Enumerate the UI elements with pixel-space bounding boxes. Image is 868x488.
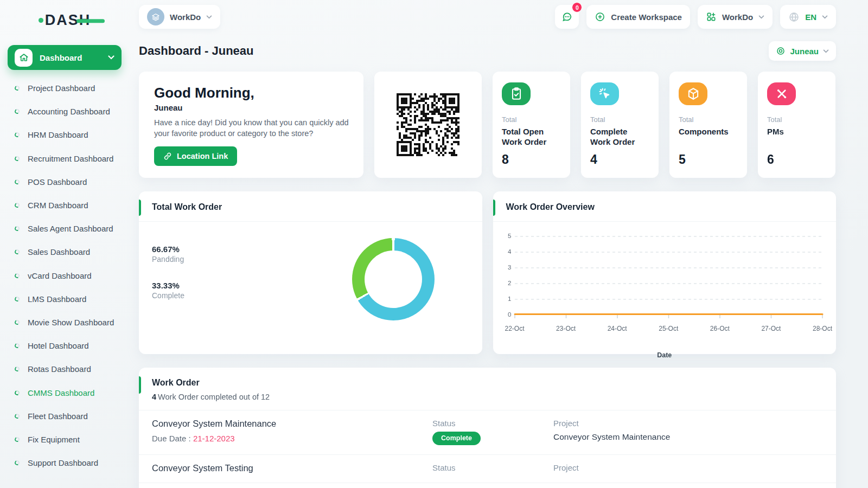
sidebar-item-hrm-dashboard[interactable]: HRM Dashboard: [8, 123, 122, 146]
stat-cards: Total Total Open Work Order 8 Total Comp…: [493, 72, 835, 178]
location-link-label: Location Link: [177, 152, 228, 160]
sidebar-item-fix-equipment[interactable]: Fix Equipment: [8, 428, 122, 451]
app-root: DASH Dashboard Project Dashboard Account…: [0, 0, 868, 488]
stat-label: Total: [590, 115, 649, 124]
sidebar-item-recruitment-dashboard[interactable]: Recruitment Dashboard: [8, 147, 122, 170]
bullet-icon: [14, 132, 20, 138]
create-workspace-button[interactable]: Create Workspace: [586, 5, 690, 29]
sidebar-item-project-dashboard[interactable]: Project Dashboard: [8, 76, 122, 100]
y-axis-tick: 5: [494, 233, 512, 239]
topbar-actions: 0 Create Workspace WorkDo EN: [555, 5, 836, 29]
sidebar-item-label: vCard Dashboard: [28, 271, 92, 280]
x-axis-tick: 28-Oct: [813, 325, 832, 332]
x-axis-tick: 22-Oct: [505, 325, 524, 332]
due-date-value: 21-12-2023: [193, 434, 235, 443]
sidebar-item-label: POS Dashboard: [28, 177, 87, 187]
line-chart-title: Work Order Overview: [493, 191, 837, 222]
sidebar-item-label: Rotas Dashboard: [28, 364, 91, 374]
location-link-button[interactable]: Location Link: [154, 146, 237, 166]
location-label: Juneau: [790, 47, 819, 56]
sidebar-item-sales-dashboard[interactable]: Sales Dashboard: [8, 240, 122, 264]
qr-card: [374, 72, 482, 178]
sidebar-item-cmms-dashboard[interactable]: CMMS Dashboard: [8, 381, 122, 404]
greeting-message: Have a nice day! Did you know that you c…: [154, 118, 354, 139]
clipboard-check-icon: [502, 82, 531, 105]
sidebar-item-label: Hotel Dashboard: [28, 341, 89, 350]
grid-plus-icon: [706, 11, 717, 22]
sidebar-item-label: Project Dashboard: [28, 84, 95, 93]
greeting-card: Good Morning, Juneau Have a nice day! Di…: [139, 72, 363, 178]
work-order-due: Due Date : 21-12-2023: [152, 434, 432, 443]
stat-label: Total: [502, 115, 561, 124]
work-order-status-cell: Status: [432, 463, 553, 472]
sidebar-item-movie-show-dashboard[interactable]: Movie Show Dashboard: [8, 311, 122, 334]
stat-card: Total PMs 6: [758, 72, 835, 178]
sidebar-item-label: CMMS Dashboard: [28, 388, 94, 397]
sidebar-item-hotel-dashboard[interactable]: Hotel Dashboard: [8, 334, 122, 357]
workspace-switcher[interactable]: WorkDo: [139, 5, 220, 29]
logo-bar: [76, 19, 105, 23]
bullet-icon: [14, 108, 20, 114]
stat-card: Total Complete Work Order 4: [581, 72, 659, 178]
bullet-icon: [14, 273, 20, 279]
page-head: Dashboard - Juneau Juneau: [139, 41, 836, 61]
sidebar-item-fleet-dashboard[interactable]: Fleet Dashboard: [8, 404, 122, 428]
sidebar-item-pos-dashboard[interactable]: POS Dashboard: [8, 170, 122, 194]
sidebar-item-rotas-dashboard[interactable]: Rotas Dashboard: [8, 357, 122, 381]
status-label: Status: [432, 419, 553, 428]
work-order-list-item: Conveyor System Testing Status Project: [139, 455, 836, 483]
bullet-icon: [14, 202, 20, 208]
create-workspace-label: Create Workspace: [611, 12, 682, 22]
work-order-list: Conveyor System Maintenance Due Date : 2…: [139, 410, 836, 483]
x-axis-title: Date: [493, 351, 837, 359]
sidebar-item-label: Recruitment Dashboard: [28, 154, 113, 163]
legend-percent: 66.67%: [152, 245, 184, 254]
stat-title: Total Open Work Order: [502, 126, 561, 147]
workspace-label: WorkDo: [170, 12, 201, 22]
legend-label: Pandding: [152, 255, 184, 264]
notification-badge: 0: [572, 2, 582, 12]
sidebar-item-dashboard[interactable]: Dashboard: [8, 45, 122, 70]
plus-circle-icon: [595, 11, 605, 22]
bullet-icon: [14, 436, 20, 442]
sidebar-dashboard-label: Dashboard: [40, 53, 82, 62]
page-title: Dashboard - Juneau: [139, 44, 253, 58]
stat-value: 8: [502, 152, 561, 167]
stat-value: 6: [767, 152, 826, 167]
sidebar-item-label: Sales Agent Dashboard: [28, 224, 113, 233]
sidebar-item-support-dashboard[interactable]: Support Dashboard: [8, 451, 122, 474]
y-axis-tick: 2: [494, 280, 512, 286]
app-menu-dropdown[interactable]: WorkDo: [698, 5, 773, 29]
location-dropdown[interactable]: Juneau: [769, 41, 836, 61]
sidebar-item-label: Movie Show Dashboard: [28, 318, 114, 327]
work-order-list-item: Conveyor System Maintenance Due Date : 2…: [139, 410, 836, 455]
brand-logo: DASH: [39, 12, 91, 29]
sidebar-item-label: CRM Dashboard: [28, 201, 88, 210]
stat-value: 5: [679, 152, 738, 167]
globe-icon: [788, 11, 800, 23]
legend-label: Complete: [152, 291, 184, 300]
sidebar-item-label: Fleet Dashboard: [28, 412, 88, 421]
sidebar-item-accounting-dashboard[interactable]: Accounting Dashboard: [8, 100, 122, 123]
sidebar-item-label: Accounting Dashboard: [28, 107, 110, 116]
work-order-card: Work Order 4Work Order completed out of …: [139, 368, 836, 488]
work-order-title: Work Order: [152, 378, 823, 388]
y-axis-tick: 1: [494, 296, 512, 302]
bullet-icon: [14, 366, 20, 372]
sidebar-item-lms-dashboard[interactable]: LMS Dashboard: [8, 287, 122, 311]
cursor-click-icon: [590, 82, 619, 105]
status-badge: Complete: [432, 432, 481, 445]
sidebar-item-sales-agent-dashboard[interactable]: Sales Agent Dashboard: [8, 217, 122, 240]
bullet-icon: [14, 319, 20, 325]
legend-item: 33.33% Complete: [152, 281, 184, 300]
qr-code-image: [394, 91, 462, 158]
x-axis-tick: 25-Oct: [659, 325, 678, 332]
line-chart: 54321022-Oct23-Oct24-Oct25-Oct26-Oct27-O…: [493, 236, 837, 359]
language-dropdown[interactable]: EN: [780, 5, 836, 29]
donut-ring: [352, 238, 435, 320]
sidebar-item-crm-dashboard[interactable]: CRM Dashboard: [8, 194, 122, 217]
donut-legend: 66.67% Pandding 33.33% Complete: [152, 245, 184, 300]
messages-button[interactable]: 0: [555, 5, 579, 29]
sidebar-item-label: LMS Dashboard: [28, 294, 86, 304]
sidebar-item-vcard-dashboard[interactable]: vCard Dashboard: [8, 264, 122, 287]
